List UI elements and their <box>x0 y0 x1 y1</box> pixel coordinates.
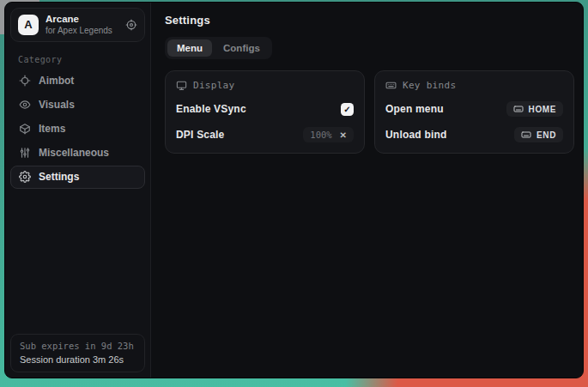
keybind-value: HOME <box>529 105 556 114</box>
sidebar-item-label: Visuals <box>39 99 75 111</box>
crosshair-icon <box>19 75 31 87</box>
checkmark-icon: ✓ <box>343 105 350 114</box>
keyboard-icon <box>385 80 397 91</box>
sidebar-item-miscellaneous[interactable]: Miscellaneous <box>10 142 145 165</box>
sidebar-item-label: Items <box>39 123 65 135</box>
dpi-scale-label: DPI Scale <box>176 129 225 141</box>
card-title: Display <box>193 80 234 91</box>
brand-name: Arcane <box>45 14 112 25</box>
eye-icon <box>19 99 31 111</box>
sliders-icon <box>19 147 31 159</box>
sidebar-item-label: Aimbot <box>39 75 74 87</box>
tab-configs[interactable]: Configs <box>214 39 270 57</box>
page-title: Settings <box>165 14 574 27</box>
sidebar-item-settings[interactable]: Settings <box>10 166 145 189</box>
vsync-label: Enable VSync <box>176 103 246 115</box>
sidebar-item-aimbot[interactable]: Aimbot <box>10 70 145 93</box>
unload-bind-row: Unload bind END <box>385 127 563 142</box>
unload-keybind-button[interactable]: END <box>514 127 563 142</box>
desktop-background: A Arcane for Apex Legends Category <box>0 0 588 387</box>
sidebar-nav: Aimbot Visuals I <box>10 70 145 190</box>
monitor-icon <box>176 80 187 91</box>
tab-bar: Menu Configs <box>165 37 272 59</box>
keybind-value: END <box>536 130 556 140</box>
unload-bind-label: Unload bind <box>385 129 447 141</box>
vsync-row: Enable VSync ✓ <box>176 101 354 117</box>
vsync-checkbox[interactable]: ✓ <box>341 103 354 116</box>
open-menu-keybind-button[interactable]: HOME <box>506 101 563 117</box>
subscription-info-box: Sub expires in 9d 23h Session duration 3… <box>10 334 145 372</box>
keyboard-icon <box>513 104 524 114</box>
session-duration-text: Session duration 3m 26s <box>20 354 136 365</box>
target-icon[interactable] <box>125 19 137 31</box>
brand-subtitle: for Apex Legends <box>45 26 112 36</box>
cube-icon <box>19 123 31 135</box>
brand-initial: A <box>24 18 32 31</box>
gear-icon <box>19 171 31 183</box>
tab-menu[interactable]: Menu <box>167 39 212 57</box>
main-content: Settings Menu Configs Display <box>151 3 584 378</box>
category-label: Category <box>18 55 145 64</box>
open-menu-row: Open menu HOME <box>385 101 563 117</box>
sidebar-item-visuals[interactable]: Visuals <box>10 94 145 117</box>
brand-logo: A <box>18 15 39 35</box>
clear-icon[interactable]: ✕ <box>340 130 347 140</box>
sidebar-item-label: Settings <box>39 171 79 183</box>
app-window: A Arcane for Apex Legends Category <box>4 2 584 378</box>
open-menu-label: Open menu <box>385 103 444 115</box>
dpi-scale-input[interactable]: 100% ✕ <box>303 127 354 142</box>
settings-cards: Display Enable VSync ✓ DPI Scale 100% ✕ <box>165 70 574 154</box>
keyboard-icon <box>521 130 531 140</box>
display-card: Display Enable VSync ✓ DPI Scale 100% ✕ <box>165 70 365 154</box>
keybinds-card: Key binds Open menu HOME <box>374 70 574 154</box>
sidebar-item-items[interactable]: Items <box>10 118 145 141</box>
dpi-scale-row: DPI Scale 100% ✕ <box>176 127 354 142</box>
sub-expiry-text: Sub expires in 9d 23h <box>20 341 136 351</box>
card-title: Key binds <box>403 80 456 91</box>
sidebar: A Arcane for Apex Legends Category <box>5 3 151 378</box>
sidebar-item-label: Miscellaneous <box>39 147 109 159</box>
dpi-scale-value: 100% <box>310 130 331 140</box>
brand-card: A Arcane for Apex Legends <box>10 8 145 42</box>
